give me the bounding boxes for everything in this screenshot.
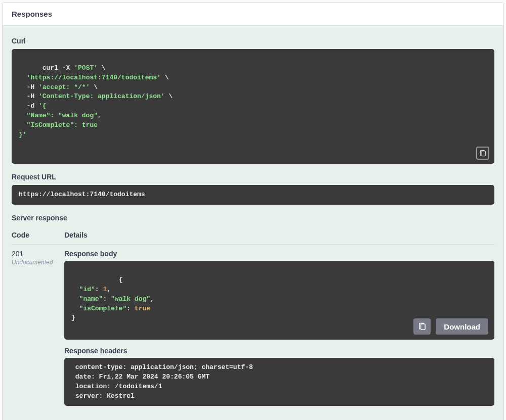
- curl-command-block: curl -X 'POST' \ 'https://localhost:7140…: [12, 49, 494, 164]
- svg-rect-0: [482, 151, 486, 156]
- response-headers-label: Response headers: [64, 347, 494, 355]
- response-code: 201: [12, 250, 23, 258]
- undocumented-label: Undocumented: [12, 259, 60, 266]
- column-details-label: Details: [64, 231, 494, 239]
- server-response-header-row: Code Details: [12, 226, 494, 245]
- request-url-block: https://localhost:7140/todoitems: [12, 185, 494, 205]
- download-button[interactable]: Download: [436, 318, 488, 335]
- copy-response-button[interactable]: [413, 318, 431, 335]
- responses-header: Responses: [3, 3, 503, 26]
- curl-label: Curl: [12, 37, 494, 45]
- response-code-cell: 201 Undocumented: [12, 250, 60, 266]
- request-url-label: Request URL: [12, 173, 494, 181]
- response-body-label: Response body: [64, 250, 494, 258]
- clipboard-icon: [418, 322, 427, 331]
- curl-command-text: curl -X 'POST' \ 'https://localhost:7140…: [19, 64, 173, 138]
- response-headers-block: content-type: application/json; charset=…: [64, 358, 494, 406]
- column-code-label: Code: [12, 231, 60, 239]
- copy-curl-button[interactable]: [476, 147, 489, 160]
- response-body-text: { "id": 1, "name": "walk dog", "isComple…: [71, 276, 154, 321]
- server-response-row: 201 Undocumented Response body { "id": 1…: [12, 245, 494, 411]
- response-details: Response body { "id": 1, "name": "walk d…: [64, 250, 494, 406]
- svg-rect-1: [420, 323, 425, 329]
- server-response-label: Server response: [12, 214, 494, 222]
- clipboard-icon: [479, 150, 487, 157]
